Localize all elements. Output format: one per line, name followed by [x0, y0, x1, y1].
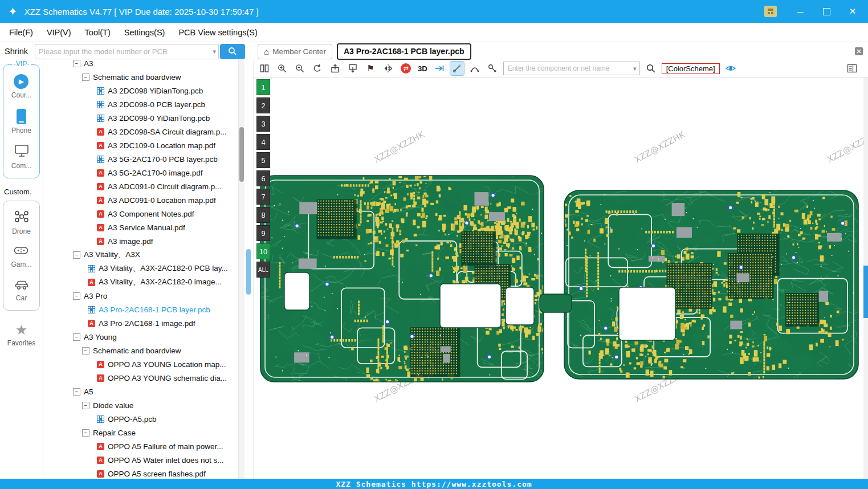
tree-row[interactable]: −A3 Vitality、A3X — [43, 248, 239, 262]
tree-row[interactable]: A3 2DC098-0 YiDianTong.pcb — [43, 111, 239, 125]
layer-button-10[interactable]: 10 — [256, 243, 270, 259]
tree-row[interactable]: AA3 ADC091-0 Circuit diagram.p... — [43, 180, 239, 193]
layer-button-8[interactable]: 8 — [256, 207, 270, 223]
tree-row[interactable]: OPPO-A5.pcb — [43, 412, 239, 426]
menu-item-pcb-view-settings-s[interactable]: PCB View settings(S) — [178, 28, 257, 37]
board-flip-icon[interactable]: ⇄ — [399, 62, 413, 75]
flag-icon[interactable]: ⚑ — [364, 62, 377, 75]
net-search-box[interactable]: ▾ — [503, 62, 640, 75]
close-button[interactable]: ✕ — [846, 5, 859, 18]
3d-view-button[interactable]: 3D — [417, 64, 429, 73]
net-search-icon[interactable] — [644, 62, 658, 75]
tree-row[interactable]: AOPPO A5 Failure of main power... — [43, 439, 239, 453]
sidebar-item-car[interactable]: Car — [14, 278, 29, 302]
tree-row[interactable]: AA3 Pro-2AC168-1 image.pdf — [43, 316, 239, 330]
tree-scrollbar-thumb[interactable] — [239, 127, 244, 182]
model-search-input[interactable] — [38, 47, 211, 56]
net-search-input[interactable] — [507, 64, 631, 73]
sidebar-item-courses[interactable]: ▶ Cour... — [11, 74, 31, 99]
menu-item-tool-t[interactable]: Tool(T) — [85, 28, 111, 37]
layer-button-5[interactable]: 5 — [256, 152, 270, 168]
collapse-toggle-icon[interactable]: − — [82, 74, 89, 81]
zoom-out-icon[interactable] — [293, 62, 307, 75]
collapse-toggle-icon[interactable]: − — [82, 429, 89, 437]
layer-button-1[interactable]: 1 — [256, 79, 270, 95]
jump-arrow-icon[interactable] — [433, 62, 446, 75]
collapse-toggle-icon[interactable]: − — [73, 333, 80, 341]
colorscheme-button[interactable]: [ColorScheme] — [662, 63, 720, 74]
tree-row[interactable]: AOPPO A3 YOUNG Location map... — [43, 357, 239, 371]
flip-horizontal-icon[interactable] — [381, 62, 395, 75]
zoom-in-icon[interactable] — [275, 62, 289, 75]
collapse-toggle-icon[interactable]: − — [82, 347, 89, 354]
tree-row[interactable]: AOPPO A5 Water inlet does not s... — [43, 453, 239, 467]
panel-layout-icon[interactable] — [845, 62, 859, 75]
board-top-icon[interactable] — [328, 62, 342, 75]
layer-button-all[interactable]: ALL — [256, 262, 270, 278]
sidebar-item-drone[interactable]: Drone — [12, 210, 31, 235]
tree-row[interactable]: −A3 — [43, 60, 239, 70]
layer-button-2[interactable]: 2 — [256, 97, 270, 113]
panel-splitter[interactable] — [244, 60, 254, 479]
member-center-button[interactable]: ⌂ Member Center — [258, 44, 332, 59]
sidebar-item-games[interactable]: Gam... — [11, 245, 31, 268]
tree-row[interactable]: AOPPO A3 YOUNG schematic dia... — [43, 371, 239, 385]
sidebar-item-phone[interactable]: Phone — [11, 109, 31, 135]
rotate-icon[interactable] — [311, 62, 324, 75]
layer-button-6[interactable]: 6 — [256, 170, 270, 186]
tree-row[interactable]: AA3 2DC109-0 Location map.pdf — [43, 138, 239, 152]
tree-row[interactable]: −A3 Pro — [43, 289, 239, 303]
layer-button-3[interactable]: 3 — [256, 116, 270, 132]
menu-item-vip-v[interactable]: VIP(V) — [47, 28, 71, 37]
tree-row[interactable]: −Schematic and boardview — [43, 344, 239, 357]
visibility-icon[interactable] — [724, 62, 737, 75]
collapse-toggle-icon[interactable]: − — [73, 251, 80, 259]
tree-row[interactable]: AOPPO A5 screen flashes.pdf — [43, 467, 239, 479]
tree-row[interactable]: A3 2DC098 YiDianTong.pcb — [43, 84, 239, 97]
tree-row[interactable]: −A5 — [43, 385, 239, 398]
menu-item-file-f[interactable]: File(F) — [9, 28, 33, 37]
pcb-canvas[interactable] — [254, 78, 865, 479]
split-view-icon[interactable] — [258, 62, 271, 75]
active-document-tab[interactable]: A3 Pro-2AC168-1 PCB layer.pcb — [337, 43, 471, 60]
search-button[interactable] — [220, 44, 245, 59]
minimize-button[interactable]: ─ — [794, 5, 806, 18]
collapse-toggle-icon[interactable]: − — [82, 402, 89, 409]
tree-row[interactable]: A3 Pro-2AC168-1 PCB layer.pcb — [43, 303, 239, 316]
license-icon[interactable] — [764, 6, 777, 17]
canvas-scrollbar[interactable] — [863, 78, 868, 479]
tree-row[interactable]: AA3 image.pdf — [43, 234, 239, 248]
tree-row[interactable]: A3 5G-2AC170-0 PCB layer.pcb — [43, 152, 239, 166]
tree-row[interactable]: AA3 ADC091-0 Location map.pdf — [43, 193, 239, 207]
collapse-toggle-icon[interactable]: − — [73, 292, 80, 300]
layer-button-9[interactable]: 9 — [256, 225, 270, 241]
tree-row[interactable]: A3 2DC098-0 PCB layer.pcb — [43, 97, 239, 111]
tree-row[interactable]: AA3 Vitality、A3X-2AC182-0 image... — [43, 275, 239, 289]
chevron-down-icon[interactable]: ▾ — [633, 65, 637, 72]
close-panel-icon[interactable] — [854, 47, 863, 58]
tree-row[interactable]: AA3 2DC098-SA Circuit diagram.p... — [43, 125, 239, 138]
sidebar-item-favorites[interactable]: ★ Favorites — [0, 323, 43, 347]
tree-row[interactable]: A3 Vitality、A3X-2AC182-0 PCB lay... — [43, 262, 239, 275]
sidebar-item-computer[interactable]: Com... — [11, 144, 31, 170]
tree-row[interactable]: −Schematic and boardview — [43, 70, 239, 84]
tree-row[interactable]: AA3 Component Notes.pdf — [43, 207, 239, 221]
collapse-toggle-icon[interactable]: − — [73, 388, 80, 396]
chevron-down-icon[interactable]: ▾ — [213, 48, 217, 55]
arc-icon[interactable] — [468, 62, 482, 75]
splitter-handle[interactable] — [246, 249, 251, 295]
maximize-button[interactable] — [820, 5, 833, 18]
canvas-scrollbar-thumb[interactable] — [863, 266, 868, 318]
tree-scrollbar[interactable] — [238, 60, 244, 479]
probe-icon[interactable] — [486, 62, 499, 75]
tree-row[interactable]: −A3 Young — [43, 330, 239, 344]
layer-button-4[interactable]: 4 — [256, 134, 270, 150]
tree-row[interactable]: AA3 5G-2AC170-0 image.pdf — [43, 166, 239, 180]
tree-row[interactable]: −Diode value — [43, 398, 239, 412]
board-bottom-icon[interactable] — [346, 62, 360, 75]
measure-icon[interactable] — [450, 62, 464, 75]
shrink-button[interactable]: Shrink — [5, 47, 28, 56]
layer-button-7[interactable]: 7 — [256, 189, 270, 205]
model-search-box[interactable]: ▾ — [35, 44, 219, 59]
tree-row[interactable]: AA3 Service Manual.pdf — [43, 221, 239, 234]
